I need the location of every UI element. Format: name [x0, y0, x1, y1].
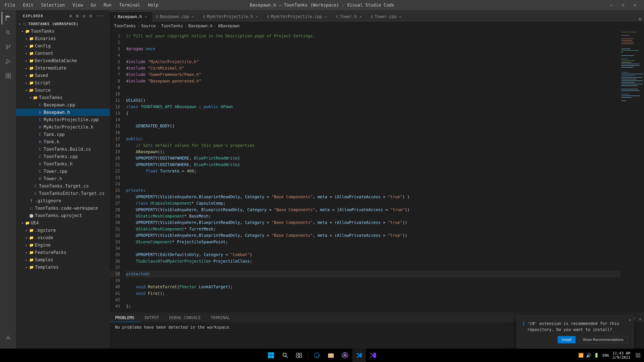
- sidebar-item-binaries[interactable]: ▸ 📁 Binaries: [16, 35, 110, 42]
- show-recommendations-button[interactable]: Show Recommendations: [578, 336, 628, 344]
- volume-tray-icon[interactable]: 🔊: [586, 353, 591, 358]
- collapse-button[interactable]: ⊟: [88, 13, 93, 19]
- breadcrumb-symbol[interactable]: ABasepawn: [218, 24, 240, 28]
- search-activity-icon[interactable]: [2, 26, 14, 39]
- refresh-button[interactable]: ↺: [82, 13, 87, 19]
- sidebar-item-script[interactable]: ▸ 📁 Script: [16, 79, 110, 86]
- tab-output[interactable]: OUTPUT: [140, 314, 164, 322]
- sidebar-item-toontanks-h[interactable]: ▸ H ToonTanks.h: [16, 160, 110, 168]
- search-taskbar-button[interactable]: [278, 349, 292, 362]
- notification-close-button[interactable]: ✕: [629, 318, 631, 322]
- sidebar-item-tower-h[interactable]: ▸ H Tower.h: [16, 175, 110, 182]
- sidebar-item-basepawn-h[interactable]: ▸ H Basepawn.h: [16, 109, 110, 116]
- tab-problems[interactable]: PROBLEMS: [110, 314, 140, 322]
- install-button[interactable]: Install: [558, 336, 576, 344]
- breadcrumb-toontanks[interactable]: ToonTanks: [114, 24, 136, 28]
- tab-close-basepawn-cpp[interactable]: ✕: [191, 14, 195, 19]
- panel-close-button[interactable]: ✕: [639, 317, 641, 322]
- file-explorer-taskbar-button[interactable]: [324, 349, 338, 362]
- more-actions-button[interactable]: ···: [95, 13, 106, 19]
- source-control-activity-icon[interactable]: [2, 40, 14, 53]
- sidebar-item-samples[interactable]: ▸ 📁 Samples: [16, 256, 110, 264]
- menu-item-run[interactable]: Run: [102, 2, 113, 8]
- tab-close-myactorprojectile-h[interactable]: ✕: [255, 14, 259, 19]
- sidebar-item-intermediate[interactable]: ▸ 📁 Intermediate: [16, 64, 110, 72]
- sidebar-item-toontanks-build[interactable]: ▸ C ToonTanks.Build.cs: [16, 145, 110, 153]
- language-tray-item[interactable]: ENG: [602, 353, 609, 358]
- sidebar-item-egstore[interactable]: ▸ 📁 .egstore: [16, 227, 110, 234]
- code-editor[interactable]: 12345 678910 1112131415 1617181920 21222…: [110, 30, 644, 312]
- clock[interactable]: 11:43 AM2/9/2021: [612, 351, 630, 360]
- tab-basepawn-h[interactable]: C Basepawn.h ✕: [110, 11, 152, 22]
- chrome-taskbar-button[interactable]: [338, 349, 352, 362]
- tab-tower-cpp-label: Tower.cpp: [375, 14, 396, 19]
- breadcrumb-filename[interactable]: Basepawn.h: [188, 24, 213, 28]
- sidebar-item-deriveddatacache[interactable]: ▸ 📁 DerivedDataCache: [16, 57, 110, 64]
- sidebar-item-source[interactable]: ▾ 📂 Source: [16, 86, 110, 94]
- edge-taskbar-button[interactable]: [310, 349, 324, 362]
- menu-item-edit[interactable]: Edit: [22, 2, 35, 8]
- sidebar-item-uproject[interactable]: ▸ ⬤ ToonTanks.uproject: [16, 212, 110, 219]
- sidebar-item-workspace[interactable]: ▾ ⬚ TOONTANKS (WORKSPACE): [16, 20, 110, 27]
- tab-myactorprojectile-cpp[interactable]: C MyActorProjectile.cpp ✕: [263, 11, 332, 22]
- sidebar-item-tower-cpp[interactable]: ▸ C Tower.cpp: [16, 168, 110, 175]
- new-folder-button[interactable]: ⊞: [75, 13, 80, 19]
- tab-myactorprojectile-h[interactable]: C MyActorProjectile.h ✕: [199, 11, 263, 22]
- tab-close-tower-cpp[interactable]: ✕: [398, 14, 402, 19]
- sidebar-item-saved[interactable]: ▸ 📁 Saved: [16, 72, 110, 79]
- sidebar-item-toontanks-src[interactable]: ▾ 📂 ToonTanks: [16, 94, 110, 101]
- tab-close-tower-h[interactable]: ✕: [358, 14, 363, 19]
- tab-terminal[interactable]: TERMINAL: [206, 314, 235, 322]
- menu-item-help[interactable]: Help: [146, 2, 160, 8]
- sidebar-item-toontankseditor[interactable]: ▸ C ToonTanksEditor.Target.cs: [16, 190, 110, 197]
- menu-item-terminal[interactable]: Terminal: [118, 2, 142, 8]
- sidebar-item-toontanks-cpp[interactable]: ▸ C ToonTanks.cpp: [16, 153, 110, 160]
- minimap[interactable]: [620, 30, 644, 312]
- sidebar-item-templates[interactable]: ▸ 📁 Templates: [16, 264, 110, 271]
- maximize-button[interactable]: ❐: [617, 0, 629, 10]
- sidebar-item-toontanks-root[interactable]: ▾ 📁 ToonTanks: [16, 27, 110, 35]
- sidebar-item-myactorprojectile-cpp[interactable]: ▸ C MyActorProjectile.cpp: [16, 116, 110, 123]
- minimize-button[interactable]: —: [606, 0, 617, 10]
- explorer-activity-icon[interactable]: [2, 12, 14, 24]
- network-tray-icon[interactable]: 📶: [578, 353, 584, 358]
- extensions-activity-icon[interactable]: [2, 69, 14, 82]
- sidebar-item-engine[interactable]: ▸ 📁 Engine: [16, 241, 110, 249]
- accounts-activity-icon[interactable]: [2, 332, 14, 344]
- tab-close-myactorprojectile-cpp[interactable]: ✕: [324, 14, 328, 19]
- close-button[interactable]: ✕: [629, 0, 641, 10]
- tab-debug-console[interactable]: DEBUG CONSOLE: [164, 314, 206, 322]
- vscode-taskbar-button[interactable]: [352, 349, 366, 362]
- sidebar-item-content[interactable]: ▸ 📁 Content: [16, 50, 110, 57]
- sidebar-item-gitignore[interactable]: ▸ f .gitignore: [16, 197, 110, 204]
- show-desktop-button[interactable]: ⬛: [635, 353, 641, 358]
- menu-item-view[interactable]: View: [71, 2, 84, 8]
- menu-item-selection[interactable]: Selection: [40, 2, 66, 8]
- sidebar-item-toontankstarget[interactable]: ▸ C ToonTanks.Target.cs: [16, 182, 110, 190]
- sidebar-item-workspace-file[interactable]: ▸ ⬚ ToonTanks.code-workspace: [16, 204, 110, 212]
- new-file-button[interactable]: ⊕: [68, 13, 73, 19]
- tab-tower-cpp[interactable]: C Tower.cpp ✕: [367, 11, 407, 22]
- breadcrumb-toontanks2[interactable]: ToonTanks: [161, 24, 183, 28]
- breadcrumb-source[interactable]: Source: [141, 24, 156, 28]
- battery-tray-icon[interactable]: 🔋: [594, 353, 599, 358]
- sidebar-item-ue4[interactable]: ▾ 📁 UE4: [16, 219, 110, 227]
- split-editor-button[interactable]: ⊞: [639, 16, 641, 22]
- tab-basepawn-cpp[interactable]: C Basepawn.cpp ✕: [152, 11, 199, 22]
- sidebar-item-myactorprojectile-h[interactable]: ▸ H MyActorProjectile.h: [16, 123, 110, 131]
- sidebar-item-basepawn-cpp[interactable]: ▸ C Basepawn.cpp: [16, 101, 110, 109]
- sidebar-item-config[interactable]: ▸ 📁 Config: [16, 42, 110, 50]
- start-button[interactable]: [264, 349, 278, 362]
- menu-item-file[interactable]: File: [3, 2, 16, 8]
- tab-close-basepawn-h[interactable]: ✕: [144, 14, 148, 19]
- sidebar-item-tank-cpp[interactable]: ▸ C Tank.cpp: [16, 131, 110, 138]
- menu-item-go[interactable]: Go: [90, 2, 97, 8]
- tab-tower-h[interactable]: C Tower.h ✕: [332, 11, 367, 22]
- sidebar-item-featurepacks[interactable]: ▸ 📁 FeaturePacks: [16, 249, 110, 256]
- task-view-taskbar-button[interactable]: [292, 349, 306, 362]
- run-debug-activity-icon[interactable]: [2, 55, 14, 68]
- sidebar-item-tank-h[interactable]: ▸ H Tank.h: [16, 138, 110, 145]
- sidebar-item-vscode[interactable]: ▸ 📁 .vscode: [16, 234, 110, 241]
- code-content[interactable]: // Fill out your copyright notice in the…: [124, 30, 620, 312]
- vs-taskbar-button[interactable]: [366, 349, 380, 362]
